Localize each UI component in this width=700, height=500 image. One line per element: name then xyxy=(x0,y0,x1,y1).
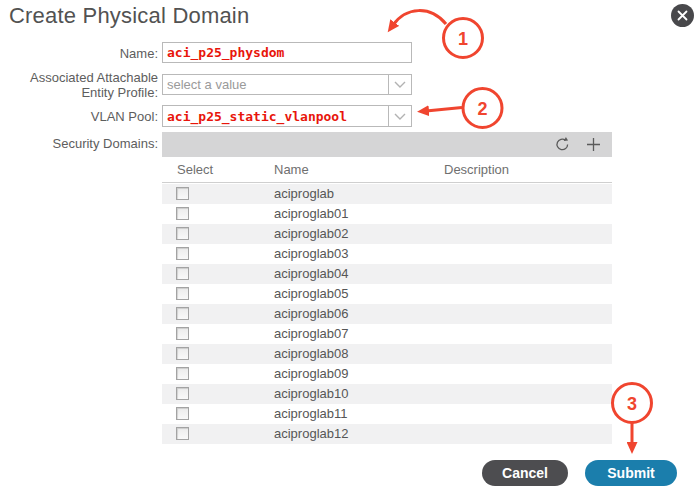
vlan-pool-select[interactable]: aci_p25_static_vlanpool xyxy=(162,105,412,127)
step2-number: 2 xyxy=(477,99,487,119)
table-row: aciproglab12 xyxy=(162,424,612,444)
row-name: aciproglab10 xyxy=(274,384,348,404)
table-row: aciproglab06 xyxy=(162,304,612,324)
column-header-name: Name xyxy=(274,158,309,182)
step3-number: 3 xyxy=(627,394,637,414)
row-name: aciproglab12 xyxy=(274,424,348,444)
aaep-select[interactable]: select a value xyxy=(162,74,412,95)
vlan-pool-select-value: aci_p25_static_vlanpool xyxy=(163,106,388,126)
row-checkbox[interactable] xyxy=(176,407,189,420)
table-body: aciproglab aciproglab01 aciproglab02 aci… xyxy=(162,184,612,444)
add-button[interactable] xyxy=(584,136,602,154)
table-row: aciproglab01 xyxy=(162,204,612,224)
row-checkbox[interactable] xyxy=(176,267,189,280)
row-name: aciproglab09 xyxy=(274,364,348,384)
row-name: aciproglab02 xyxy=(274,224,348,244)
row-name: aciproglab11 xyxy=(274,404,347,424)
vlan-pool-label: VLAN Pool: xyxy=(0,109,158,124)
row-name: aciproglab08 xyxy=(274,344,348,364)
name-label: Name: xyxy=(0,46,158,61)
step2-arrow xyxy=(426,108,462,112)
step3-circle xyxy=(613,384,652,423)
aaep-label: Associated Attachable Entity Profile: xyxy=(0,70,158,100)
row-checkbox[interactable] xyxy=(176,427,189,440)
row-checkbox[interactable] xyxy=(176,387,189,400)
row-name: aciproglab03 xyxy=(274,244,348,264)
chevron-down-icon[interactable] xyxy=(388,75,411,94)
row-checkbox[interactable] xyxy=(176,247,189,260)
step1-arrow xyxy=(393,11,446,25)
row-name: aciproglab xyxy=(274,184,334,204)
close-button[interactable] xyxy=(671,4,694,27)
table-row: aciproglab02 xyxy=(162,224,612,244)
column-header-description: Description xyxy=(444,158,509,182)
step1-circle xyxy=(444,19,483,58)
row-name: aciproglab01 xyxy=(274,204,348,224)
chevron-down-icon[interactable] xyxy=(388,106,411,126)
security-domains-toolbar xyxy=(162,132,612,157)
row-checkbox[interactable] xyxy=(176,327,189,340)
table-row: aciproglab07 xyxy=(162,324,612,344)
cancel-button[interactable]: Cancel xyxy=(482,460,568,486)
table-row: aciproglab11 xyxy=(162,404,612,424)
row-checkbox[interactable] xyxy=(176,347,189,360)
row-checkbox[interactable] xyxy=(176,207,189,220)
table-row: aciproglab09 xyxy=(162,364,612,384)
column-header-select: Select xyxy=(177,158,213,182)
aaep-select-value: select a value xyxy=(163,75,388,94)
table-row: aciproglab04 xyxy=(162,264,612,284)
table-row: aciproglab xyxy=(162,184,612,204)
submit-button[interactable]: Submit xyxy=(585,460,677,486)
dialog-title: Create Physical Domain xyxy=(9,3,249,29)
table-row: aciproglab05 xyxy=(162,284,612,304)
security-domains-label: Security Domains: xyxy=(0,136,158,151)
table-row: aciproglab10 xyxy=(162,384,612,404)
step1-number: 1 xyxy=(458,29,468,49)
row-checkbox[interactable] xyxy=(176,287,189,300)
row-name: aciproglab07 xyxy=(274,324,348,344)
row-checkbox[interactable] xyxy=(176,307,189,320)
name-input[interactable] xyxy=(162,42,412,63)
plus-icon xyxy=(586,137,601,152)
row-name: aciproglab06 xyxy=(274,304,348,324)
table-header: Select Name Description xyxy=(162,158,612,183)
create-physical-domain-dialog: Create Physical Domain Name: Associated … xyxy=(0,0,700,500)
row-checkbox[interactable] xyxy=(176,367,189,380)
table-row: aciproglab08 xyxy=(162,344,612,364)
table-row: aciproglab03 xyxy=(162,244,612,264)
row-checkbox[interactable] xyxy=(176,227,189,240)
step2-circle xyxy=(463,89,502,128)
refresh-button[interactable] xyxy=(553,136,571,154)
row-checkbox[interactable] xyxy=(176,187,189,200)
row-name: aciproglab04 xyxy=(274,264,348,284)
row-name: aciproglab05 xyxy=(274,284,348,304)
close-icon xyxy=(677,7,688,25)
refresh-icon xyxy=(554,136,571,153)
